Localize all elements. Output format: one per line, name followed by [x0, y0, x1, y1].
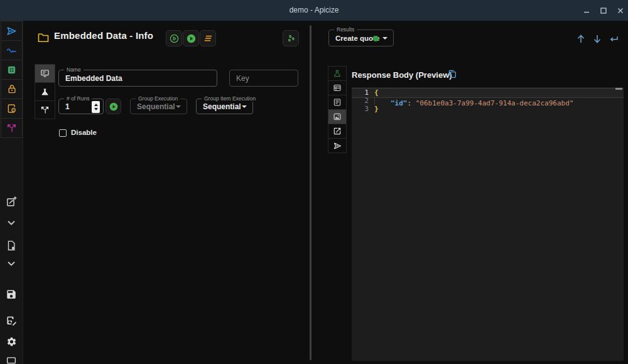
group-item-execution-value: Sequential	[203, 99, 247, 114]
code-line[interactable]: 3 }	[352, 105, 624, 114]
left-sidebar: ?	[0, 21, 23, 364]
settings-button[interactable]	[5, 335, 18, 348]
tab-body-preview[interactable]	[328, 109, 347, 124]
previous-result-button[interactable]	[575, 33, 587, 45]
runs-stepper[interactable]	[92, 101, 100, 113]
group-execution-select[interactable]: Group Execution Sequential	[130, 99, 187, 114]
indent-guide	[374, 97, 391, 105]
chevron-down-icon	[382, 37, 387, 40]
certificate-icon	[6, 103, 18, 114]
response-body-title: Response Body (Preview)	[352, 70, 452, 80]
name-field[interactable]: Name Embedded Data	[58, 70, 217, 87]
sidebar-item-requests[interactable]	[1, 21, 23, 41]
sidebar-item-data[interactable]	[1, 60, 23, 80]
display-settings-button[interactable]	[5, 355, 18, 364]
next-result-button[interactable]	[592, 33, 603, 45]
folder-icon	[38, 33, 49, 42]
send-icon	[333, 141, 342, 151]
run-multiple-icon	[203, 33, 214, 44]
line-number: 1	[352, 88, 374, 97]
results-select[interactable]: Results Create quote	[328, 29, 394, 46]
seed-data-button[interactable]	[283, 30, 299, 46]
group-execution-value: Sequential	[137, 99, 181, 114]
results-tab-bar	[328, 67, 347, 153]
open-external-icon	[333, 127, 342, 136]
data-grid-icon	[6, 65, 17, 75]
new-entry-icon	[6, 196, 18, 208]
line-number: 2	[352, 97, 374, 105]
minimize-button[interactable]	[581, 5, 592, 16]
collapse-files-button[interactable]	[5, 257, 18, 270]
split-icon	[40, 105, 50, 115]
code-token: }	[374, 105, 379, 113]
stepper-down-icon[interactable]	[94, 108, 98, 110]
tab-body-text[interactable]	[328, 95, 347, 110]
app-window: demo - Apicize	[0, 0, 628, 364]
tab-info[interactable]	[35, 64, 55, 83]
page-title: Embedded Data - Info	[54, 30, 153, 41]
return-icon	[608, 33, 619, 45]
sidebar-item-proxies[interactable]	[1, 118, 23, 138]
sidebar-item-certificates[interactable]	[1, 99, 23, 119]
flask-icon	[40, 87, 50, 97]
stepper-up-icon[interactable]	[94, 104, 98, 106]
chevron-down-icon	[176, 105, 181, 108]
run-group-button[interactable]	[106, 99, 121, 114]
save-button[interactable]	[5, 288, 18, 301]
tab-test-results[interactable]	[328, 66, 347, 81]
chevron-down-icon	[7, 220, 16, 226]
copy-button[interactable]	[447, 69, 457, 79]
save-as-button[interactable]	[5, 314, 18, 327]
lock-icon	[6, 83, 18, 95]
tab-request[interactable]	[328, 138, 347, 153]
run-button[interactable]	[183, 30, 199, 46]
save-as-icon	[6, 315, 18, 327]
body-preview-icon	[333, 112, 342, 121]
line-number: 3	[352, 105, 374, 114]
send-icon	[6, 25, 18, 37]
run-once-icon	[169, 33, 180, 44]
code-token: {	[374, 88, 379, 97]
disable-checkbox-label: Disable	[71, 129, 97, 136]
file-button[interactable]	[5, 239, 18, 252]
panel-splitter[interactable]	[310, 25, 311, 360]
scrollbar-thumb[interactable]	[615, 88, 622, 90]
run-icon	[186, 33, 197, 44]
name-field-value: Embedded Data	[65, 70, 212, 86]
maximize-icon	[600, 7, 607, 14]
tab-test[interactable]	[35, 82, 55, 101]
run-once-button[interactable]	[166, 30, 182, 46]
tab-open-external[interactable]	[328, 124, 347, 139]
disable-checkbox[interactable]	[59, 129, 67, 137]
tab-headers[interactable]	[328, 80, 347, 95]
results-panel: Results Create quote	[314, 21, 628, 364]
tab-flow[interactable]	[35, 100, 55, 119]
return-to-group-button[interactable]	[608, 33, 619, 45]
split-icon	[6, 123, 17, 134]
code-line[interactable]: 2 "id": "06b1e0a3-7a99-4ad7-914a-deca2ca…	[352, 97, 624, 105]
key-field[interactable]: Key	[229, 70, 298, 87]
window-title: demo - Apicize	[0, 0, 628, 21]
chevron-down-icon	[7, 260, 16, 267]
group-item-execution-select[interactable]: Group Item Execution Sequential	[196, 99, 253, 114]
runs-field[interactable]: # of Runs 1	[58, 99, 104, 114]
response-body-editor[interactable]: 1 { 2 "id": "06b1e0a3-7a99-4ad7-914a-dec…	[352, 87, 624, 361]
collapse-requests-button[interactable]	[5, 217, 18, 229]
headers-table-icon	[333, 83, 342, 92]
seed-data-icon	[286, 33, 296, 44]
arrow-up-icon	[575, 33, 587, 45]
new-entry-button[interactable]	[5, 195, 18, 208]
file-icon	[6, 240, 17, 252]
copy-icon	[447, 69, 457, 79]
flow-icon	[6, 45, 18, 56]
status-dot	[373, 36, 379, 41]
maximize-button[interactable]	[598, 5, 609, 16]
close-button[interactable]	[615, 5, 626, 16]
editor-tab-bar	[35, 65, 55, 119]
run-multiple-button[interactable]	[200, 30, 216, 46]
chevron-down-icon	[242, 105, 247, 108]
display-icon	[6, 356, 17, 364]
sidebar-item-authorizations[interactable]	[1, 79, 23, 99]
run-icon	[109, 102, 119, 112]
sidebar-item-scenarios[interactable]	[1, 40, 23, 60]
